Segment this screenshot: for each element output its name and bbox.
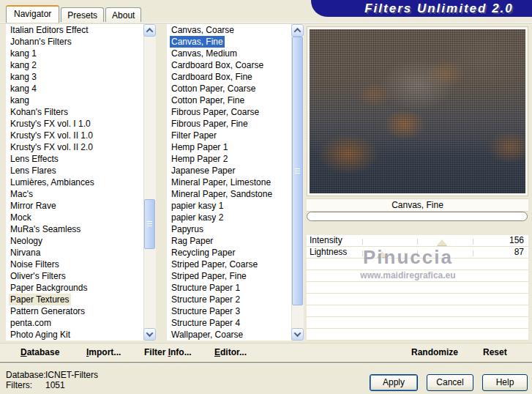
list-item[interactable]: Photo Aging Kit bbox=[6, 329, 143, 341]
filters-unlimited-dialog: Filters Unlimited 2.0 Navigator Presets … bbox=[0, 0, 532, 394]
list-item[interactable]: MuRa's Seamless bbox=[6, 223, 143, 235]
list-item[interactable]: kang 4 bbox=[6, 83, 143, 94]
chevron-up-icon bbox=[294, 28, 301, 35]
slider-thumb[interactable] bbox=[377, 251, 387, 257]
preview-panel: Canvas, Fine Intensity 156 Lightness 87 … bbox=[307, 24, 528, 341]
title-banner: Filters Unlimited 2.0 bbox=[311, 0, 532, 17]
list-item[interactable]: Noise Filters bbox=[6, 259, 143, 270]
cancel-button[interactable]: Cancel bbox=[427, 374, 473, 391]
list-item[interactable]: Filter Paper bbox=[167, 130, 291, 141]
list-item[interactable]: Krusty's FX vol. II 1.0 bbox=[6, 130, 143, 141]
slider-thumb[interactable] bbox=[437, 239, 447, 245]
category-scrollbar[interactable] bbox=[143, 24, 156, 341]
list-item[interactable]: Italian Editors Effect bbox=[6, 24, 143, 36]
list-item[interactable]: Canvas, Medium bbox=[167, 48, 291, 59]
scroll-down-button[interactable] bbox=[143, 328, 156, 341]
list-item[interactable]: Papyrus bbox=[167, 223, 291, 235]
preview-caption: Canvas, Fine bbox=[307, 198, 528, 212]
list-item[interactable]: penta.com bbox=[6, 317, 143, 329]
list-item[interactable]: Canvas, Coarse bbox=[167, 24, 291, 36]
list-item[interactable]: Striped Paper, Coarse bbox=[167, 259, 291, 270]
list-item[interactable]: Rag Paper bbox=[167, 235, 291, 247]
category-listbox[interactable]: Italian Editors EffectJohann's Filterska… bbox=[6, 24, 156, 341]
list-item[interactable]: papier kasy 2 bbox=[167, 212, 291, 223]
filter-info-button[interactable]: Filter Info... bbox=[144, 343, 192, 363]
list-item[interactable]: Cardboard Box, Fine bbox=[167, 71, 291, 83]
list-item[interactable]: Cotton Paper, Coarse bbox=[167, 83, 291, 94]
scroll-down-button[interactable] bbox=[291, 328, 304, 341]
list-item[interactable]: Paper Textures bbox=[6, 294, 143, 305]
scrollbar-thumb[interactable] bbox=[144, 199, 155, 249]
filters-count-value: 1051 bbox=[45, 380, 65, 390]
list-item[interactable]: Fibrous Paper, Fine bbox=[167, 118, 291, 130]
slider-value: 156 bbox=[509, 235, 524, 246]
list-item[interactable]: kang 3 bbox=[6, 71, 143, 83]
preview-frame bbox=[307, 26, 528, 196]
list-item[interactable]: Neology bbox=[6, 235, 143, 247]
tab-presets[interactable]: Presets bbox=[61, 7, 104, 23]
list-item[interactable]: Wallpaper, Coarse bbox=[167, 329, 291, 341]
database-button[interactable]: Database bbox=[20, 343, 59, 363]
list-item[interactable]: kang bbox=[6, 94, 143, 106]
list-item[interactable]: Structure Paper 4 bbox=[167, 317, 291, 329]
database-status-label: Database: bbox=[6, 370, 46, 380]
list-item[interactable]: Recycling Paper bbox=[167, 247, 291, 259]
scroll-up-button[interactable] bbox=[143, 24, 156, 37]
list-item[interactable]: Japanese Paper bbox=[167, 165, 291, 176]
list-item[interactable]: papier kasy 1 bbox=[167, 200, 291, 212]
filter-preview-image[interactable] bbox=[310, 29, 525, 193]
parameter-sliders: Intensity 156 Lightness 87 bbox=[307, 235, 528, 259]
randomize-button[interactable]: Randomize bbox=[411, 343, 458, 363]
list-item[interactable]: Hemp Paper 1 bbox=[167, 141, 291, 153]
chevron-down-icon bbox=[294, 330, 301, 337]
empty-slider-rows bbox=[307, 259, 528, 341]
list-item[interactable]: Kohan's Filters bbox=[6, 106, 143, 118]
list-item[interactable]: Mock bbox=[6, 212, 143, 223]
list-item[interactable]: Cotton Paper, Fine bbox=[167, 94, 291, 106]
list-item[interactable]: kang 2 bbox=[6, 59, 143, 71]
list-item[interactable]: Mac's bbox=[6, 188, 143, 200]
list-item[interactable]: Krusty's FX vol. II 2.0 bbox=[6, 141, 143, 153]
scrollbar-thumb[interactable] bbox=[292, 37, 303, 305]
apply-button[interactable]: Apply bbox=[370, 374, 418, 391]
list-item[interactable]: Structure Paper 2 bbox=[167, 294, 291, 305]
help-button[interactable]: Help bbox=[482, 374, 528, 391]
list-item[interactable]: Mineral Paper, Limestone bbox=[167, 176, 291, 188]
list-item[interactable]: Mineral Paper, Sandstone bbox=[167, 188, 291, 200]
list-item[interactable]: Krusty's FX vol. I 1.0 bbox=[6, 118, 143, 130]
reset-button[interactable]: Reset bbox=[483, 343, 507, 363]
list-item[interactable]: Canvas, Fine bbox=[167, 36, 291, 48]
tab-about[interactable]: About bbox=[105, 7, 141, 23]
editor-button[interactable]: Editor... bbox=[214, 343, 247, 363]
filter-listbox[interactable]: Canvas, CoarseCanvas, FineCanvas, Medium… bbox=[167, 24, 304, 341]
list-item[interactable]: Cardboard Box, Coarse bbox=[167, 59, 291, 71]
list-item[interactable]: Hemp Paper 2 bbox=[167, 153, 291, 165]
tab-navigator[interactable]: Navigator bbox=[6, 5, 59, 23]
list-item[interactable]: Lens Flares bbox=[6, 165, 143, 176]
scroll-up-button[interactable] bbox=[291, 24, 304, 37]
slider-intensity[interactable]: Intensity 156 bbox=[307, 235, 528, 247]
chevron-down-icon bbox=[146, 330, 154, 337]
database-status-value: ICNET-Filters bbox=[45, 370, 98, 380]
list-item[interactable]: Nirvana bbox=[6, 247, 143, 259]
list-item[interactable]: Johann's Filters bbox=[6, 36, 143, 48]
slider-label: Lightness bbox=[310, 247, 347, 258]
list-item[interactable]: Fibrous Paper, Coarse bbox=[167, 106, 291, 118]
list-item[interactable]: Oliver's Filters bbox=[6, 270, 143, 282]
list-item[interactable]: Paper Backgrounds bbox=[6, 282, 143, 294]
list-item[interactable]: Pattern Generators bbox=[6, 305, 143, 317]
list-item[interactable]: Structure Paper 1 bbox=[167, 282, 291, 294]
list-item[interactable]: Mirror Rave bbox=[6, 200, 143, 212]
slider-label: Intensity bbox=[310, 235, 342, 246]
category-list: Italian Editors EffectJohann's Filterska… bbox=[6, 24, 143, 341]
slider-value: 87 bbox=[514, 247, 524, 258]
import-button[interactable]: Import... bbox=[86, 343, 121, 363]
list-item[interactable]: Lens Effects bbox=[6, 153, 143, 165]
chevron-up-icon bbox=[146, 28, 154, 35]
filter-scrollbar[interactable] bbox=[291, 24, 304, 341]
slider-lightness[interactable]: Lightness 87 bbox=[307, 247, 528, 259]
list-item[interactable]: kang 1 bbox=[6, 48, 143, 59]
list-item[interactable]: Striped Paper, Fine bbox=[167, 270, 291, 282]
list-item[interactable]: Lumières, Ambiances bbox=[6, 176, 143, 188]
list-item[interactable]: Structure Paper 3 bbox=[167, 305, 291, 317]
